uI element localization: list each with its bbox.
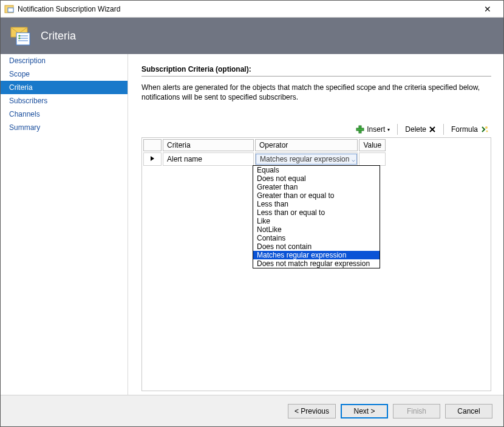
- operator-option[interactable]: NotLike: [253, 225, 380, 234]
- operator-option[interactable]: Does not equal: [253, 174, 380, 183]
- operator-selected-label: Matches regular expression: [260, 155, 349, 163]
- grid-area: Criteria Operator Value Alert name Match…: [141, 137, 491, 391]
- svg-point-7: [19, 35, 21, 37]
- value-cell[interactable]: [359, 158, 385, 160]
- formula-button[interactable]: Formula: [449, 124, 491, 135]
- operator-combobox[interactable]: Matches regular expression ⌵: [256, 154, 357, 165]
- operator-option[interactable]: Like: [253, 217, 380, 225]
- toolbar-separator: [443, 124, 444, 135]
- criteria-row[interactable]: Alert name Matches regular expression ⌵: [143, 152, 386, 166]
- operator-option[interactable]: Equals: [253, 166, 380, 174]
- svg-point-14: [486, 131, 488, 132]
- next-button[interactable]: Next >: [341, 404, 388, 418]
- sidebar-item-channels[interactable]: Channels: [1, 108, 128, 121]
- delete-icon: [429, 126, 436, 133]
- sidebar-item-summary[interactable]: Summary: [1, 121, 128, 134]
- delete-button[interactable]: Delete: [403, 124, 438, 135]
- svg-rect-3: [16, 33, 30, 45]
- insert-button[interactable]: Insert ▾: [353, 124, 392, 135]
- banner: Criteria: [1, 18, 503, 54]
- criteria-grid: Criteria Operator Value Alert name Match…: [142, 138, 387, 167]
- previous-button[interactable]: < Previous: [288, 404, 336, 418]
- plus-icon: [356, 125, 364, 134]
- section-description: When alerts are generated for the object…: [141, 83, 491, 102]
- col-operator[interactable]: Operator: [255, 139, 358, 151]
- banner-icon: [9, 24, 33, 48]
- operator-option[interactable]: Greater than: [253, 183, 380, 191]
- operator-option[interactable]: Matches regular expression: [253, 251, 380, 259]
- window-title: Notification Subscription Wizard: [18, 5, 475, 13]
- section-title: Subscription Criteria (optional):: [141, 65, 491, 77]
- row-indicator[interactable]: [143, 152, 162, 166]
- sidebar-item-criteria[interactable]: Criteria: [1, 81, 128, 94]
- row-header-corner: [143, 139, 162, 151]
- criteria-cell[interactable]: Alert name: [163, 154, 253, 165]
- close-button[interactable]: ✕: [475, 4, 500, 14]
- sidebar-item-description[interactable]: Description: [1, 54, 128, 67]
- col-value[interactable]: Value: [359, 139, 386, 151]
- operator-dropdown[interactable]: EqualsDoes not equalGreater thanGreater …: [253, 165, 380, 268]
- operator-option[interactable]: Does not contain: [253, 242, 380, 251]
- svg-point-13: [485, 126, 488, 129]
- sidebar-item-subscribers[interactable]: Subscribers: [1, 94, 128, 108]
- grid-toolbar: Insert ▾ Delete Formula: [141, 124, 491, 135]
- operator-option[interactable]: Does not match regular expression: [253, 259, 380, 268]
- sidebar-item-scope[interactable]: Scope: [1, 67, 128, 81]
- footer: < Previous Next > Finish Cancel: [1, 395, 503, 426]
- delete-label: Delete: [405, 125, 426, 134]
- chevron-down-icon: ⌵: [352, 156, 355, 163]
- operator-option[interactable]: Greater than or equal to: [253, 191, 380, 200]
- svg-point-8: [19, 38, 21, 39]
- operator-option[interactable]: Less than or equal to: [253, 208, 380, 217]
- cancel-button[interactable]: Cancel: [445, 404, 492, 418]
- svg-rect-10: [356, 128, 364, 131]
- col-criteria[interactable]: Criteria: [163, 139, 254, 151]
- wizard-icon: [4, 4, 14, 14]
- titlebar: Notification Subscription Wizard ✕: [1, 1, 503, 18]
- finish-button[interactable]: Finish: [393, 404, 440, 418]
- chevron-down-icon: ▾: [387, 127, 390, 132]
- row-indicator-icon: [150, 155, 155, 162]
- svg-marker-15: [151, 156, 154, 161]
- content: Subscription Criteria (optional): When a…: [128, 54, 503, 395]
- banner-title: Criteria: [41, 30, 76, 43]
- formula-label: Formula: [451, 125, 478, 134]
- operator-option[interactable]: Contains: [253, 234, 380, 242]
- toolbar-separator: [397, 124, 398, 135]
- formula-icon: [480, 125, 489, 134]
- operator-option[interactable]: Less than: [253, 200, 380, 208]
- sidebar: Description Scope Criteria Subscribers C…: [1, 54, 128, 395]
- svg-rect-1: [8, 8, 13, 12]
- insert-label: Insert: [367, 125, 385, 134]
